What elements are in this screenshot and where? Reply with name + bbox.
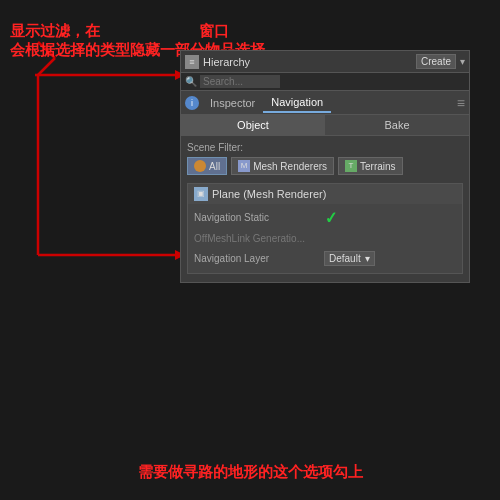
subtab-bake[interactable]: Bake [325,115,469,135]
plane-section: ▣ Plane (Mesh Renderer) Navigation Stati… [187,183,463,274]
info-icon: i [185,96,199,110]
create-button[interactable]: Create [416,54,456,69]
search-bar: 🔍 [181,73,469,91]
filter-all-label: All [209,161,220,172]
plane-props: Navigation Static ✓ OffMeshLink Generati… [188,204,462,273]
nav-layer-value: Default [329,253,361,264]
subtab-object[interactable]: Object [181,115,325,135]
search-icon: 🔍 [185,76,197,87]
sub-tabs: Object Bake [181,115,469,136]
dropdown-arrow: ▾ [365,253,370,264]
plane-header: ▣ Plane (Mesh Renderer) [188,184,462,204]
nav-layer-dropdown[interactable]: Default ▾ [324,251,375,266]
scene-filter-label: Scene Filter: [187,142,463,153]
search-input[interactable] [200,75,280,88]
all-label: ▾ [460,56,465,67]
filter-mesh-icon: M [238,160,250,172]
offmeshlink-row: OffMeshLink Generatio... [194,229,456,247]
filter-terrains-button[interactable]: T Terrains [338,157,403,175]
nav-layer-label: Navigation Layer [194,253,324,264]
hierarchy-label: Hierarchy [203,56,250,68]
tabs-row: i Inspector Navigation ≡ [181,91,469,115]
filter-all-button[interactable]: All [187,157,227,175]
filter-terrains-icon: T [345,160,357,172]
hierarchy-bar: ≡ Hierarchy Create ▾ [181,51,469,73]
unity-panel: ≡ Hierarchy Create ▾ 🔍 i Inspector Navig… [180,50,470,283]
nav-layer-row: Navigation Layer Default ▾ [194,249,456,267]
svg-line-5 [38,58,55,75]
hierarchy-icon: ≡ [185,55,199,69]
filter-mesh-label: Mesh Renderers [253,161,327,172]
tab-inspector[interactable]: Inspector [202,94,263,112]
nav-static-checkmark: ✓ [323,207,338,227]
panel-body: Scene Filter: All M Mesh Renderers T Ter… [181,136,469,282]
tab-menu-icon[interactable]: ≡ [457,95,465,111]
filter-terrains-label: Terrains [360,161,396,172]
offmeshlink-label: OffMeshLink Generatio... [194,233,324,244]
filter-all-icon [194,160,206,172]
plane-icon: ▣ [194,187,208,201]
tab-navigation[interactable]: Navigation [263,93,331,113]
filter-mesh-button[interactable]: M Mesh Renderers [231,157,334,175]
nav-static-row: Navigation Static ✓ [194,208,456,227]
annotation-bottom: 需要做寻路的地形的这个选项勾上 [10,463,490,482]
hierarchy-controls: Create ▾ [416,54,465,69]
hierarchy-title: ≡ Hierarchy [185,55,250,69]
nav-static-label: Navigation Static [194,212,324,223]
filter-buttons: All M Mesh Renderers T Terrains [187,157,463,175]
plane-title: Plane (Mesh Renderer) [212,188,326,200]
